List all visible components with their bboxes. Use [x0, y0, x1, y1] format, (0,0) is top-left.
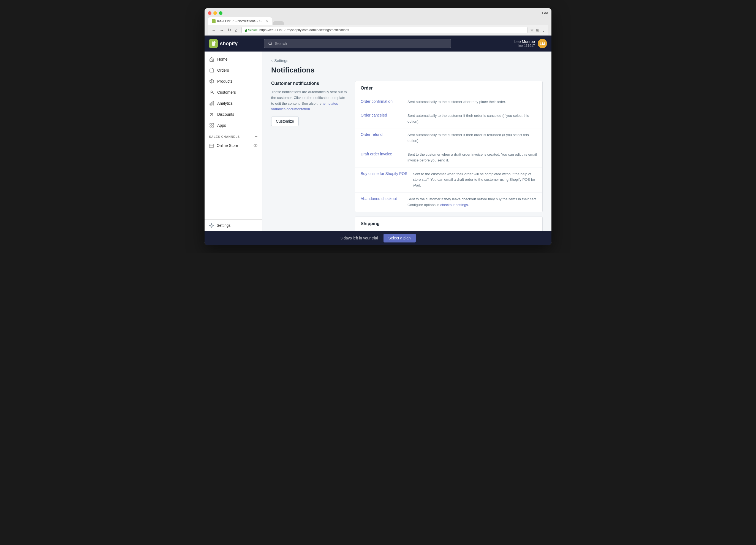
secure-badge: Secure — [244, 28, 258, 32]
extensions-icon[interactable]: ⊞ — [536, 28, 539, 32]
tab-close-button[interactable]: ✕ — [266, 20, 268, 23]
breadcrumb-settings-link[interactable]: Settings — [274, 58, 288, 63]
user-info: Lee Munroe lee-111917 — [514, 39, 535, 48]
svg-rect-11 — [212, 123, 214, 125]
user-name: Lee Munroe — [514, 39, 535, 44]
sidebar-item-apps[interactable]: Apps — [205, 120, 262, 131]
order-refund-link[interactable]: Order refund — [361, 132, 402, 137]
order-canceled-link[interactable]: Order canceled — [361, 113, 402, 117]
shipping-card-header: Shipping — [355, 217, 542, 231]
orders-icon — [209, 67, 214, 73]
svg-rect-2 — [211, 60, 213, 61]
order-card: Order Order confirmation Sent automatica… — [355, 81, 543, 212]
sales-channels-label: SALES CHANNELS — [209, 135, 240, 138]
sidebar-item-discounts-label: Discounts — [217, 112, 234, 116]
order-confirmation-row: Order confirmation Sent automatically to… — [355, 95, 542, 109]
sidebar-item-home[interactable]: Home — [205, 54, 262, 65]
shopify-logo: shopify — [209, 39, 264, 48]
svg-rect-3 — [210, 69, 214, 72]
home-nav-button[interactable]: ⌂ — [234, 27, 239, 33]
bookmark-icon[interactable]: ☆ — [530, 28, 534, 32]
customize-button[interactable]: Customize — [271, 116, 299, 126]
sidebar-item-customers-label: Customers — [217, 90, 236, 94]
logo-text: shopify — [220, 41, 238, 47]
order-confirmation-link[interactable]: Order confirmation — [361, 99, 402, 104]
user-avatar[interactable]: LM — [538, 39, 547, 48]
back-button[interactable]: ← — [211, 27, 217, 33]
svg-point-9 — [212, 115, 213, 116]
active-tab[interactable]: lee-111917 ~ Notifications ~ S... ✕ — [208, 17, 272, 25]
home-icon — [209, 56, 214, 62]
add-sales-channel-button[interactable]: + — [255, 134, 258, 139]
page-title: Notifications — [271, 66, 543, 74]
customer-notifications-heading: Customer notifications — [271, 81, 348, 86]
svg-point-19 — [211, 224, 212, 226]
customer-notifications-desc: These notifications are automatically se… — [271, 89, 348, 112]
draft-order-invoice-desc: Sent to the customer when a draft order … — [407, 152, 537, 163]
top-nav: shopify Search Lee Munroe lee-111917 LM — [205, 36, 551, 51]
shipping-card: Shipping Fulfillment Sent automatically … — [355, 216, 543, 231]
settings-link[interactable]: Settings — [209, 223, 258, 228]
sidebar-item-customers[interactable]: Customers — [205, 87, 262, 98]
browser-traffic-lights — [208, 11, 222, 15]
svg-point-18 — [255, 145, 256, 146]
url-field[interactable]: Secure https://lee-111917.myshopify.com/… — [241, 27, 527, 33]
sidebar-nav: Home Orders Products — [205, 51, 262, 219]
order-refund-row: Order refund Sent automatically to the c… — [355, 128, 542, 148]
sidebar-item-analytics-label: Analytics — [217, 101, 233, 105]
online-store-left: Online Store — [209, 143, 238, 148]
sidebar-item-orders[interactable]: Orders — [205, 65, 262, 76]
user-badge: Lee Munroe lee-111917 LM — [514, 39, 547, 48]
sidebar-item-discounts[interactable]: Discounts — [205, 109, 262, 120]
sidebar-footer: Settings — [205, 219, 262, 231]
abandoned-checkout-desc: Sent to the customer if they leave check… — [407, 196, 537, 208]
browser-user-label: Lee — [542, 11, 548, 17]
main-area: Home Orders Products — [205, 51, 551, 231]
apps-icon — [209, 123, 214, 128]
browser-chrome: Lee lee-111917 ~ Notifications ~ S... ✕ … — [205, 8, 551, 36]
forward-button[interactable]: → — [219, 27, 225, 33]
left-panel: Customer notifications These notificatio… — [271, 81, 348, 126]
online-store-eye-icon[interactable] — [253, 143, 258, 148]
settings-label: Settings — [217, 223, 231, 227]
online-store-label: Online Store — [217, 143, 238, 148]
sidebar-item-analytics[interactable]: Analytics — [205, 98, 262, 109]
browser-tabs: lee-111917 ~ Notifications ~ S... ✕ — [208, 17, 548, 25]
tab-favicon — [212, 19, 216, 23]
svg-point-16 — [211, 144, 211, 145]
svg-rect-12 — [210, 126, 211, 127]
app-layout: shopify Search Lee Munroe lee-111917 LM — [205, 36, 551, 245]
order-canceled-desc: Sent automatically to the customer if th… — [407, 113, 537, 124]
sidebar-item-orders-label: Orders — [217, 68, 229, 72]
breadcrumb: ‹ Settings — [271, 58, 543, 63]
abandoned-checkout-row: Abandoned checkout Sent to the customer … — [355, 192, 542, 212]
sidebar-item-online-store[interactable]: Online Store — [205, 140, 262, 151]
abandoned-checkout-link[interactable]: Abandoned checkout — [361, 196, 402, 201]
draft-order-invoice-row: Draft order invoice Sent to the customer… — [355, 148, 542, 167]
checkout-settings-link[interactable]: checkout settings — [440, 203, 468, 207]
address-bar: ← → ↻ ⌂ Secure https://lee-111917.myshop… — [208, 25, 548, 35]
search-icon — [268, 41, 273, 46]
analytics-icon — [209, 101, 214, 106]
order-card-header: Order — [355, 81, 542, 95]
new-tab-button[interactable] — [273, 21, 284, 25]
svg-rect-13 — [212, 126, 214, 127]
reload-button[interactable]: ↻ — [227, 27, 232, 33]
sales-channels-header: SALES CHANNELS + — [205, 131, 262, 140]
sidebar-item-products[interactable]: Products — [205, 76, 262, 87]
minimize-traffic-light[interactable] — [213, 11, 217, 15]
buy-online-pos-link[interactable]: Buy online for Shopify POS — [361, 171, 407, 176]
page-content: ‹ Settings Notifications Customer notifi… — [262, 51, 551, 231]
breadcrumb-chevron-icon: ‹ — [271, 58, 273, 63]
search-bar[interactable]: Search — [264, 39, 451, 48]
close-traffic-light[interactable] — [208, 11, 211, 15]
search-placeholder: Search — [275, 41, 287, 46]
fullscreen-traffic-light[interactable] — [219, 11, 222, 15]
order-confirmation-desc: Sent automatically to the customer after… — [407, 99, 506, 105]
menu-icon[interactable]: ⋮ — [542, 28, 545, 32]
select-plan-button[interactable]: Select a plan — [384, 234, 416, 242]
online-store-icon — [209, 143, 214, 148]
buy-online-pos-row: Buy online for Shopify POS Sent to the c… — [355, 167, 542, 192]
buy-online-pos-desc: Sent to the customer when their order wi… — [413, 171, 537, 188]
draft-order-invoice-link[interactable]: Draft order invoice — [361, 152, 402, 156]
